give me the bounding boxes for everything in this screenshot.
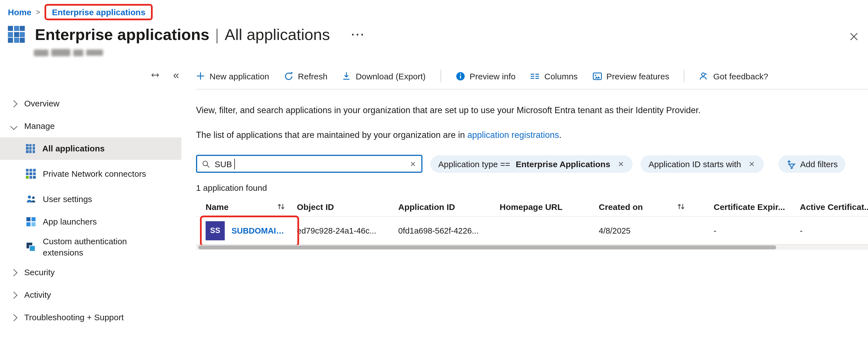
columns-button[interactable]: Columns (530, 71, 578, 81)
sidebar-item-security[interactable]: Security (0, 261, 181, 284)
avatar: SS (206, 221, 225, 240)
app-launcher-icon (26, 217, 36, 227)
clear-search-icon[interactable]: × (409, 159, 417, 169)
network-connector-icon (26, 169, 36, 179)
breadcrumb-home-link[interactable]: Home (8, 7, 31, 16)
page-header: Enterprise applications | All applicatio… (8, 26, 365, 44)
table-header-row: Name Object ID Application ID Homepage U… (196, 197, 868, 216)
refresh-icon (284, 71, 293, 81)
chevron-right-icon (10, 291, 17, 298)
download-export-button[interactable]: Download (Export) (342, 71, 426, 81)
plus-icon (196, 71, 205, 80)
page-title: Enterprise applications | All applicatio… (35, 26, 330, 44)
sort-icon[interactable] (677, 202, 685, 211)
breadcrumb-current-link[interactable]: Enterprise applications (52, 7, 146, 16)
new-application-button[interactable]: New application (196, 71, 269, 81)
more-menu-icon[interactable]: ··· (351, 29, 365, 41)
add-filter-icon (786, 159, 796, 169)
filter-pill-application-type[interactable]: Application type == Enterprise Applicati… (430, 155, 633, 173)
close-icon[interactable] (846, 29, 861, 44)
table-row[interactable]: SS SUBDOMAIN.... ed79c928-24a1-46c... 0f… (196, 216, 868, 245)
sidebar-item-manage[interactable]: Manage (0, 115, 181, 137)
preview-features-icon (592, 71, 602, 81)
extensions-icon (26, 242, 36, 252)
main-content: New application Refresh Download (Export… (181, 63, 868, 347)
breadcrumb: Home > Enterprise applications (8, 2, 153, 22)
chevron-right-icon (10, 269, 17, 276)
column-header-object-id[interactable]: Object ID (297, 202, 398, 211)
chevron-down-icon (10, 123, 17, 130)
sidebar-item-custom-authentication-extensions[interactable]: Custom authentication extensions (0, 233, 181, 261)
result-count: 1 application found (196, 183, 868, 193)
got-feedback-button[interactable]: Got feedback? (699, 71, 768, 81)
info-icon (456, 71, 465, 81)
search-box: × (196, 155, 423, 173)
column-header-created-on[interactable]: Created on (599, 202, 699, 211)
scrollbar-thumb[interactable] (198, 245, 776, 249)
filter-pill-application-id[interactable]: Application ID starts with × (641, 155, 764, 173)
column-header-homepage-url[interactable]: Homepage URL (500, 202, 599, 211)
sidebar-item-all-applications[interactable]: All applications (0, 137, 181, 160)
tenant-name-redacted (34, 49, 103, 56)
sidebar-item-troubleshooting-support[interactable]: Troubleshooting + Support (0, 306, 181, 329)
cell-application-id: 0fd1a698-562f-4226... (398, 226, 500, 235)
entra-enterprise-apps-page: Home > Enterprise applications Enterpris… (0, 0, 868, 347)
preview-features-button[interactable]: Preview features (592, 71, 669, 81)
app-registrations-note: The list of applications that are mainta… (196, 130, 868, 140)
sidebar-item-activity[interactable]: Activity (0, 284, 181, 306)
sidebar-tools: « (151, 70, 179, 80)
column-header-name[interactable]: Name (196, 202, 297, 211)
page-title-primary: Enterprise applications (35, 26, 209, 44)
application-name-link[interactable]: SUBDOMAIN.... (231, 226, 286, 235)
cell-created-on: 4/8/2025 (599, 226, 699, 235)
sidebar-item-private-network-connectors[interactable]: Private Network connectors (0, 160, 181, 188)
collapse-sidebar-icon[interactable]: « (173, 70, 179, 80)
users-icon (26, 194, 36, 204)
text-caret (234, 159, 235, 169)
filter-bar: × Application type == Enterprise Applica… (196, 155, 868, 173)
preview-info-button[interactable]: Preview info (456, 71, 516, 81)
toolbar-separator (196, 89, 868, 90)
download-icon (342, 71, 351, 80)
column-header-application-id[interactable]: Application ID (398, 202, 500, 211)
grid-icon (26, 144, 35, 153)
horizontal-scrollbar[interactable] (196, 245, 868, 250)
sort-icon[interactable] (277, 202, 286, 211)
columns-icon (530, 71, 540, 81)
sidebar: « Overview Manage All applications (0, 63, 181, 347)
refresh-button[interactable]: Refresh (284, 71, 328, 81)
application-registrations-link[interactable]: application registrations (467, 130, 559, 140)
sidebar-item-user-settings[interactable]: User settings (0, 188, 181, 210)
sidebar-item-app-launchers[interactable]: App launchers (0, 210, 181, 233)
feedback-icon (699, 71, 709, 81)
toolbar-divider (440, 70, 441, 82)
sidebar-item-overview[interactable]: Overview (0, 92, 181, 115)
add-filters-button[interactable]: Add filters (778, 155, 845, 173)
enterprise-applications-logo-icon (8, 26, 26, 44)
column-header-certificate-expiring[interactable]: Certificate Expir... (699, 202, 800, 211)
remove-filter-icon[interactable]: × (617, 159, 625, 169)
chevron-right-icon (10, 100, 17, 107)
cell-name[interactable]: SS SUBDOMAIN.... (196, 221, 297, 240)
cell-object-id: ed79c928-24a1-46c... (297, 226, 398, 235)
search-icon (202, 160, 210, 168)
resize-sidebar-icon[interactable] (151, 71, 160, 79)
column-header-active-certificate[interactable]: Active Certificat... (800, 202, 868, 211)
breadcrumb-separator-icon: > (36, 8, 40, 16)
applications-table: Name Object ID Application ID Homepage U… (196, 197, 868, 250)
toolbar-divider (684, 70, 685, 82)
chevron-right-icon (10, 314, 17, 321)
command-bar: New application Refresh Download (Export… (196, 63, 868, 89)
annotation-box-breadcrumb: Enterprise applications (45, 4, 153, 20)
page-title-secondary: All applications (225, 26, 330, 44)
cell-certificate-expiring: - (699, 226, 800, 235)
remove-filter-icon[interactable]: × (748, 159, 756, 169)
sidebar-nav: Overview Manage All applications P (0, 92, 181, 329)
cell-active-certificate: - (800, 226, 868, 235)
search-input[interactable] (215, 159, 409, 169)
page-title-separator: | (215, 26, 219, 44)
page-description: View, filter, and search applications in… (196, 105, 868, 115)
